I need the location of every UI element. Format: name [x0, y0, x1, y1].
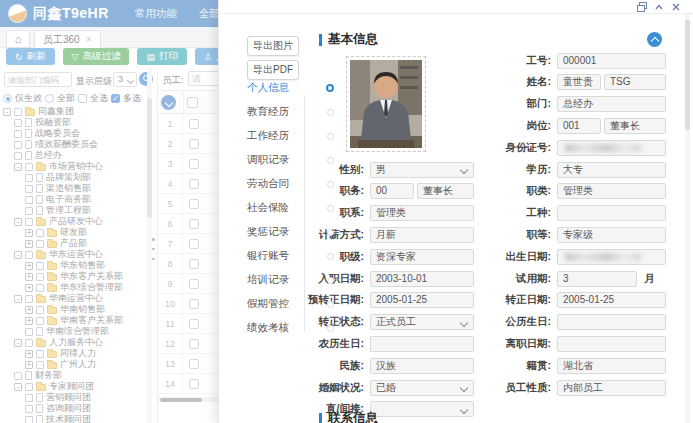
nav-step-dot-icon: [327, 301, 334, 308]
field-input[interactable]: TSG: [604, 74, 666, 90]
field-input[interactable]: [557, 314, 666, 330]
section-basic-title: 基本信息: [328, 31, 378, 48]
field-input[interactable]: 000001: [557, 53, 666, 69]
collapse-section-button[interactable]: [647, 32, 662, 47]
field-input[interactable]: 专家级: [557, 227, 666, 243]
redacted-blur: [565, 253, 641, 261]
profile-nav-item[interactable]: 个人信息: [247, 76, 309, 100]
form-field-row: 职等:专家级: [449, 226, 666, 243]
field-label: 转正状态:: [262, 315, 364, 329]
field-control: 湖北省: [557, 358, 666, 374]
form-field-row: 入职日期:2003-10-01: [262, 270, 474, 287]
profile-nav-item[interactable]: 工作经历: [247, 124, 309, 148]
field-input[interactable]: 3: [557, 271, 637, 287]
field-input[interactable]: 总经办: [557, 96, 666, 112]
field-select[interactable]: 正式员工: [370, 314, 474, 330]
field-input-redacted[interactable]: [557, 249, 666, 265]
field-label: 入职日期:: [262, 272, 364, 286]
form-field-row: 出生日期:: [449, 248, 666, 265]
dialog-scrollbar[interactable]: [685, 14, 690, 423]
form-field-row: 职类:管理类: [449, 183, 666, 200]
field-input[interactable]: 资深专家: [370, 249, 474, 265]
modal-backdrop: [0, 0, 218, 423]
field-label: 职级:: [262, 250, 364, 264]
field-label: 工号:: [449, 54, 551, 68]
form-field-row: 学历:大专: [449, 161, 666, 178]
field-input[interactable]: 管理类: [557, 183, 666, 199]
export-image-button[interactable]: 导出图片: [247, 36, 299, 56]
form-field-row: 岗位:001董事长: [449, 117, 666, 134]
field-input[interactable]: 汉族: [370, 358, 474, 374]
form-field-row: 婚姻状况:已婚: [262, 379, 474, 396]
field-input[interactable]: 001: [557, 118, 601, 134]
form-field-row: 预转正日期:2005-01-25: [262, 292, 474, 309]
profile-nav-item[interactable]: 教育经历: [247, 100, 309, 124]
field-select[interactable]: 男: [370, 162, 474, 178]
profile-nav-label: 教育经历: [247, 105, 289, 119]
nav-step-dot-icon: [327, 205, 334, 212]
section-bar: [319, 34, 322, 46]
form-field-row: 姓名:童世贵TSG: [449, 74, 666, 91]
field-input[interactable]: 管理类: [370, 205, 474, 221]
field-control: 管理类: [370, 205, 474, 221]
field-input[interactable]: 大专: [557, 162, 666, 178]
nav-step-dot-icon: [327, 325, 334, 332]
field-label: 职系:: [262, 206, 364, 220]
field-input[interactable]: [557, 336, 666, 352]
field-input[interactable]: [557, 205, 666, 221]
field-control: [557, 140, 666, 156]
field-label: 身份证号:: [449, 141, 551, 155]
field-label: 姓名:: [449, 75, 551, 89]
field-control: 汉族: [370, 358, 474, 374]
field-label: 预转正日期:: [262, 293, 364, 307]
collapse-window-icon[interactable]: [654, 2, 664, 12]
field-input[interactable]: 董事长: [417, 183, 474, 199]
form-field-row: 身份证号:: [449, 139, 666, 156]
field-input[interactable]: 00: [370, 183, 414, 199]
field-control: 男: [370, 162, 474, 178]
field-input[interactable]: 2003-10-01: [370, 271, 474, 287]
field-control: 总经办: [557, 96, 666, 112]
section-contact-title: 联系信息: [328, 410, 378, 423]
field-input[interactable]: 内部员工: [557, 380, 666, 396]
form-field-row: 试用期:3月: [449, 270, 666, 287]
field-label: 婚姻状况:: [262, 381, 364, 395]
field-label: 性别:: [262, 163, 364, 177]
form-field-row: 民族:汉族: [262, 357, 474, 374]
field-control: 内部员工: [557, 380, 666, 396]
nav-step-dot-icon: [327, 253, 334, 260]
form-field-row: 转正状态:正式员工: [262, 314, 474, 331]
field-control: 月薪: [370, 227, 474, 243]
field-control: 2003-10-01: [370, 271, 474, 287]
field-control: 2005-01-25: [370, 292, 474, 308]
field-input[interactable]: 董事长: [604, 118, 666, 134]
form-field-row: 公历生日:: [449, 314, 666, 331]
nav-step-dot-icon: [327, 133, 334, 140]
field-control: 001董事长: [557, 118, 666, 134]
field-select[interactable]: 已婚: [370, 380, 474, 396]
close-window-icon[interactable]: [671, 2, 681, 12]
field-select[interactable]: [370, 401, 474, 417]
field-control: [557, 336, 666, 352]
field-control: 管理类: [557, 183, 666, 199]
form-field-row: 籍贯:湖北省: [449, 357, 666, 374]
field-input[interactable]: 2005-01-25: [557, 292, 666, 308]
field-input[interactable]: 湖北省: [557, 358, 666, 374]
form-field-row: 离职日期:: [449, 335, 666, 352]
field-input-redacted[interactable]: [557, 140, 666, 156]
nav-step-dot-icon: [327, 229, 334, 236]
form-field-row: 员工性质:内部员工: [449, 379, 666, 396]
form-field-row: 性别:男: [262, 161, 474, 178]
employee-photo: [346, 56, 426, 152]
field-control: 资深专家: [370, 249, 474, 265]
field-input[interactable]: 2005-01-25: [370, 292, 474, 308]
nav-step-dot-icon: [327, 181, 334, 188]
field-input[interactable]: 月薪: [370, 227, 474, 243]
field-control: 专家级: [557, 227, 666, 243]
field-input[interactable]: 童世贵: [557, 74, 601, 90]
field-label: 部门:: [449, 97, 551, 111]
restore-window-icon[interactable]: [637, 2, 647, 12]
field-input[interactable]: [370, 336, 474, 352]
form-field-row: 农历生日:: [262, 335, 474, 352]
field-unit-label: 月: [644, 272, 655, 286]
